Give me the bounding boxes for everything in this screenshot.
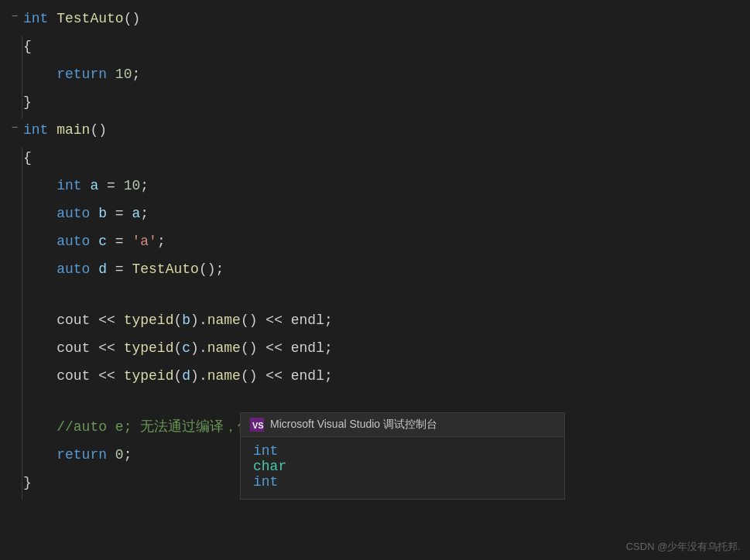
code-text-13: cout << typeid(c).name() << endl; [23,337,750,360]
code-line-7: int a = 10; [0,175,750,203]
code-text-7: int a = 10; [23,175,750,197]
code-text-6: { [23,147,750,169]
code-text-12: cout << typeid(b).name() << endl; [23,309,750,332]
code-line-10: auto d = TestAuto(); [0,258,750,286]
code-text-1: int TestAuto() [23,8,750,30]
code-text-14: cout << typeid(d).name() << endl; [23,365,750,388]
popup-item-int: int [253,443,552,459]
code-line-12: cout << typeid(b).name() << endl; [0,309,750,337]
debug-console-popup: VS Microsoft Visual Studio 调试控制台 int cha… [240,412,565,500]
popup-body: int char int [241,437,564,499]
code-line-6: { [0,147,750,175]
code-text-9: auto c = 'a'; [23,230,750,253]
code-text-3: return 10; [23,63,750,86]
popup-header: VS Microsoft Visual Studio 调试控制台 [241,413,564,437]
popup-item-char: char [253,459,552,474]
code-line-4: } [0,91,750,119]
fold-button-1[interactable]: − [8,8,22,25]
svg-text:VS: VS [252,421,264,430]
code-line-5: − int main() [0,119,750,147]
code-line-14: cout << typeid(d).name() << endl; [0,365,750,393]
main-block: { int a = 10; auto b = a; auto c = 'a'; … [0,147,750,500]
code-line-2: { [0,36,750,63]
code-editor: − int TestAuto() { return 10; } − int ma… [0,0,750,560]
code-line-9: auto c = 'a'; [0,230,750,258]
code-line-11 [0,286,750,309]
code-text-11 [23,286,750,309]
code-text-5: int main() [23,119,750,142]
vs-icon: VS [250,418,264,432]
code-line-13: cout << typeid(c).name() << endl; [0,337,750,365]
code-line-3: return 10; [0,63,750,91]
code-line-8: auto b = a; [0,203,750,230]
code-text-4: } [23,91,750,114]
fold-button-5[interactable]: − [8,119,22,136]
code-text-10: auto d = TestAuto(); [23,258,750,281]
popup-item-int2: int [253,474,552,490]
popup-title-text: Microsoft Visual Studio 调试控制台 [270,418,437,432]
testauto-block: { return 10; } [0,36,750,119]
code-text-8: auto b = a; [23,203,750,225]
code-line-1: − int TestAuto() [0,8,750,36]
code-text-2: { [23,36,750,58]
watermark: CSDN @少年没有乌托邦. [626,540,741,554]
